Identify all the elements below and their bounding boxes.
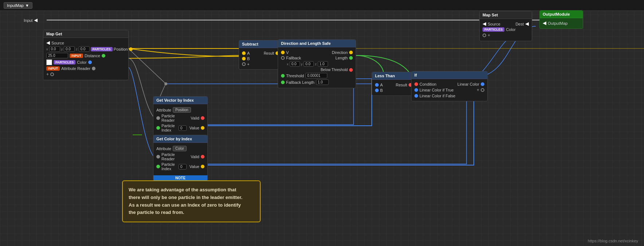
output-module-body: OutputMap xyxy=(540,18,583,28)
dl-fallback-len-port xyxy=(281,81,285,84)
note-text: We are taking advantage of the assumptio… xyxy=(129,187,242,215)
map-get-body: Source x y z PARTICLES Position INPUT Di… xyxy=(43,38,128,80)
pos-y-input[interactable] xyxy=(64,46,75,52)
input-port xyxy=(34,19,38,22)
map-set-source-row: Source Dest xyxy=(483,22,529,26)
gv-reader-row: Particle Reader Valid xyxy=(156,114,204,122)
map-get-plus-row: + xyxy=(46,72,125,77)
dl-below-port xyxy=(349,68,353,72)
pos-z-input[interactable] xyxy=(79,46,90,52)
subtract-node: Subtract A Result B + xyxy=(239,40,282,70)
position-label: Position xyxy=(114,47,128,51)
get-vector-body: Attribute Position Particle Reader Valid… xyxy=(153,104,207,135)
input-label: Input xyxy=(24,18,32,23)
get-vector-title: Get Vector by Index xyxy=(156,98,194,102)
gv-reader-port xyxy=(156,116,160,120)
map-set-header: Map Set xyxy=(480,11,532,19)
gv-index-row: Particle Index Value xyxy=(156,124,204,132)
if-body: Condition Linear Color Linear Color if T… xyxy=(411,79,487,101)
map-get-title: Map Get xyxy=(46,32,62,36)
sub-a-label: A xyxy=(247,51,250,55)
get-color-header: Get Color by Index xyxy=(153,135,207,143)
lt-result-label: Result xyxy=(396,83,407,87)
sub-b-label: B xyxy=(247,56,250,61)
dl-v-port xyxy=(281,51,285,54)
attr-label: Attribute Reader xyxy=(61,66,90,71)
gv-index-label: Particle Index xyxy=(161,124,177,132)
distance-input[interactable] xyxy=(46,53,68,58)
map-get-plus[interactable]: + xyxy=(46,72,49,77)
sub-result-label: Result xyxy=(264,51,274,55)
distance-out-port xyxy=(102,54,105,58)
gc-reader-port xyxy=(156,155,160,159)
color-swatch xyxy=(46,59,52,65)
if-condition-port xyxy=(414,82,418,86)
gv-position-btn[interactable]: Position xyxy=(173,107,191,113)
gv-attr-row: Attribute Position xyxy=(156,107,204,113)
subtract-a-row: A Result xyxy=(242,51,279,55)
top-bar: InputMap ▼ xyxy=(0,0,644,11)
if-node: If Condition Linear Color Linear Color i… xyxy=(411,71,488,101)
map-get-position-row: x y z PARTICLES Position xyxy=(46,46,125,52)
dl-x-input[interactable] xyxy=(290,61,300,67)
if-true-row: Linear Color if True + xyxy=(414,87,484,93)
inputmap-dropdown[interactable]: InputMap ▼ xyxy=(4,2,32,9)
pos-x-input[interactable] xyxy=(49,46,60,52)
less-than-body: A Result B xyxy=(372,80,415,95)
if-true-label: Linear Color if True xyxy=(419,88,454,92)
gc-attr-label: Attribute xyxy=(156,147,171,151)
gc-reader-row: Particle Reader Valid xyxy=(156,152,204,161)
map-set-node: Map Set Source Dest PARTICLES Color + xyxy=(479,11,532,41)
gv-attr-label: Attribute xyxy=(156,108,171,112)
dropdown-arrow: ▼ xyxy=(25,3,29,8)
map-set-plus[interactable]: + xyxy=(488,33,490,38)
map-set-plus-row: + xyxy=(483,33,529,38)
gc-valid-port xyxy=(201,155,204,159)
subtract-title: Subtract xyxy=(242,42,258,46)
gv-value-port xyxy=(201,126,204,130)
subtract-b-row: B xyxy=(242,56,279,61)
subtract-header: Subtract xyxy=(239,40,282,48)
input-connector: Input xyxy=(24,18,38,23)
dl-threshold-label: Threshold xyxy=(286,74,304,78)
sub-b-port xyxy=(242,57,246,60)
dl-fallback-len-input[interactable] xyxy=(316,79,329,85)
dl-z-input[interactable] xyxy=(318,61,328,67)
dl-fallback-row: Fallback Length xyxy=(281,56,353,60)
distance-label: Distance xyxy=(85,54,100,58)
gv-value-label: Value xyxy=(190,126,199,130)
map-set-color-label: Color xyxy=(506,27,515,32)
map-get-header: Map Get xyxy=(43,30,128,38)
color-badge: PARTICLES xyxy=(54,60,75,65)
gc-color-btn[interactable]: Color xyxy=(173,146,187,151)
gc-value-port xyxy=(201,165,204,168)
if-linear-color-port xyxy=(481,82,484,86)
if-false-label: Linear Color if False xyxy=(419,94,455,98)
gc-index-input[interactable] xyxy=(179,164,187,169)
dl-below-row: Below Threshold xyxy=(281,68,353,72)
output-module-row: OutputMap xyxy=(543,21,580,26)
if-plus[interactable]: + xyxy=(477,87,479,93)
map-get-attr-row: INPUT Attribute Reader xyxy=(46,66,125,71)
dl-direction-port xyxy=(349,51,353,54)
map-set-color-row: PARTICLES Color xyxy=(483,27,529,32)
distance-badge: INPUT xyxy=(70,54,83,58)
gc-value-label: Value xyxy=(190,164,199,169)
dl-threshold-input[interactable] xyxy=(305,73,327,78)
gv-index-input[interactable] xyxy=(179,125,187,131)
output-module-node: OutputModule OutputMap xyxy=(539,10,583,29)
if-false-row: Linear Color if False xyxy=(414,94,484,98)
dl-length-label: Length xyxy=(335,56,348,60)
map-set-dest-port xyxy=(525,22,529,26)
less-than-header: Less Than xyxy=(372,72,415,80)
source-label: Source xyxy=(51,41,64,45)
dl-y-input[interactable] xyxy=(304,61,314,67)
gc-index-label: Particle Index xyxy=(161,162,177,171)
direction-length-title: Direction and Length Safe xyxy=(281,41,331,46)
get-color-node: Get Color by Index Attribute Color Parti… xyxy=(153,135,208,181)
dl-direction-label: Direction xyxy=(332,50,348,55)
dl-below-label: Below Threshold xyxy=(321,68,348,72)
map-set-title: Map Set xyxy=(483,13,498,17)
subtract-plus-row: + xyxy=(242,62,279,66)
subtract-body: A Result B + xyxy=(239,48,282,69)
